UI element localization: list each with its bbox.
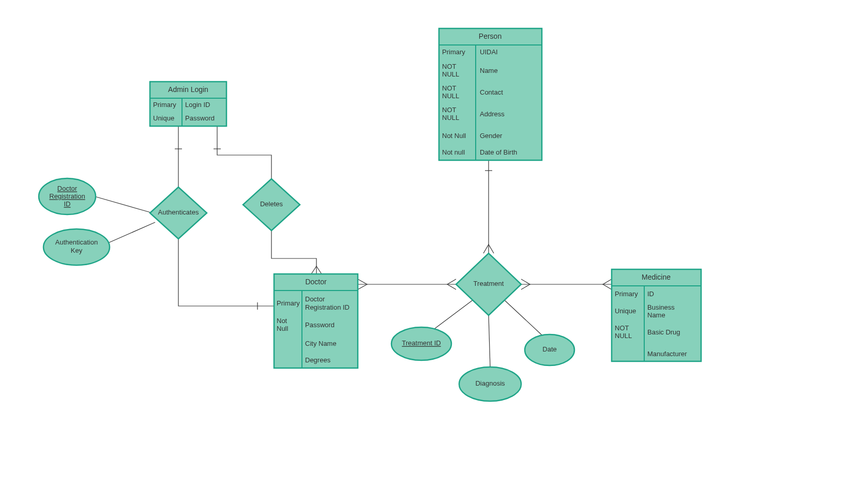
svg-text:Contact: Contact bbox=[480, 88, 503, 96]
svg-text:Registration: Registration bbox=[49, 192, 85, 200]
svg-text:Login ID: Login ID bbox=[185, 101, 210, 109]
svg-text:NOT: NOT bbox=[615, 324, 629, 332]
svg-text:Unique: Unique bbox=[615, 307, 636, 315]
svg-text:NULL: NULL bbox=[442, 92, 459, 100]
svg-text:Date: Date bbox=[542, 345, 556, 353]
svg-text:NOT: NOT bbox=[442, 63, 457, 70]
svg-text:Diagnosis: Diagnosis bbox=[475, 379, 505, 387]
svg-text:NULL: NULL bbox=[442, 70, 459, 78]
svg-text:NOT: NOT bbox=[442, 106, 457, 114]
attribute-doctor-registration-id: Doctor Registration ID bbox=[39, 178, 96, 215]
relationship-treatment: Treatment bbox=[456, 253, 521, 315]
entity-title: Person bbox=[479, 32, 502, 40]
entity-title: Medicine bbox=[642, 273, 671, 281]
attribute-treatment-id: Treatment ID bbox=[391, 327, 451, 360]
svg-text:ID: ID bbox=[647, 290, 654, 298]
svg-text:Key: Key bbox=[71, 247, 83, 254]
attribute-authentication-key: Authentication Key bbox=[43, 229, 110, 265]
svg-text:Date of Birth: Date of Birth bbox=[480, 148, 517, 156]
svg-text:Not Null: Not Null bbox=[442, 132, 466, 140]
svg-text:Authentication: Authentication bbox=[55, 238, 98, 246]
svg-text:Primary: Primary bbox=[153, 101, 176, 109]
svg-text:Password: Password bbox=[185, 114, 215, 122]
svg-text:NOT: NOT bbox=[442, 84, 457, 92]
relationship-authenticates: Authenticates bbox=[150, 187, 207, 239]
svg-text:Authenticates: Authenticates bbox=[158, 208, 199, 216]
svg-text:Not: Not bbox=[277, 317, 287, 325]
svg-text:Doctor: Doctor bbox=[57, 185, 78, 192]
svg-text:Not null: Not null bbox=[442, 148, 465, 156]
svg-text:Address: Address bbox=[480, 110, 505, 118]
entity-person: Person Primary UIDAI NOT NULL Name NOT N… bbox=[439, 28, 542, 160]
svg-text:Basic Drug: Basic Drug bbox=[647, 328, 680, 336]
svg-text:Treatment ID: Treatment ID bbox=[402, 339, 441, 347]
svg-text:Null: Null bbox=[277, 325, 289, 332]
svg-text:Deletes: Deletes bbox=[260, 200, 283, 208]
svg-text:Name: Name bbox=[480, 67, 498, 74]
svg-text:Password: Password bbox=[305, 321, 335, 329]
svg-text:Unique: Unique bbox=[153, 114, 174, 122]
svg-text:Degrees: Degrees bbox=[305, 356, 331, 364]
svg-text:Registration ID: Registration ID bbox=[305, 303, 350, 311]
entity-title: Doctor bbox=[305, 278, 327, 286]
svg-text:NULL: NULL bbox=[442, 114, 459, 121]
er-diagram: Admin Login Primary Login ID Unique Pass… bbox=[0, 0, 865, 504]
svg-text:Business: Business bbox=[647, 303, 675, 311]
attribute-diagnosis: Diagnosis bbox=[459, 367, 521, 401]
svg-text:City Name: City Name bbox=[305, 340, 337, 347]
svg-text:Primary: Primary bbox=[277, 299, 300, 307]
entity-medicine: Medicine Primary ID Unique Business Name… bbox=[612, 269, 701, 361]
svg-text:Gender: Gender bbox=[480, 132, 503, 140]
svg-text:NULL: NULL bbox=[615, 332, 632, 340]
attribute-date: Date bbox=[525, 334, 574, 365]
svg-text:Treatment: Treatment bbox=[474, 280, 504, 287]
svg-text:Doctor: Doctor bbox=[305, 295, 325, 303]
entity-title: Admin Login bbox=[168, 85, 208, 94]
svg-text:Manufacturer: Manufacturer bbox=[647, 350, 687, 358]
svg-text:Name: Name bbox=[647, 311, 665, 319]
svg-text:UIDAI: UIDAI bbox=[480, 48, 498, 56]
relationship-deletes: Deletes bbox=[243, 179, 300, 231]
entity-doctor: Doctor Primary Doctor Registration ID No… bbox=[274, 274, 358, 368]
entity-admin-login: Admin Login Primary Login ID Unique Pass… bbox=[150, 82, 226, 126]
svg-text:Primary: Primary bbox=[615, 290, 638, 298]
svg-text:ID: ID bbox=[64, 200, 71, 208]
svg-text:Primary: Primary bbox=[442, 48, 465, 56]
